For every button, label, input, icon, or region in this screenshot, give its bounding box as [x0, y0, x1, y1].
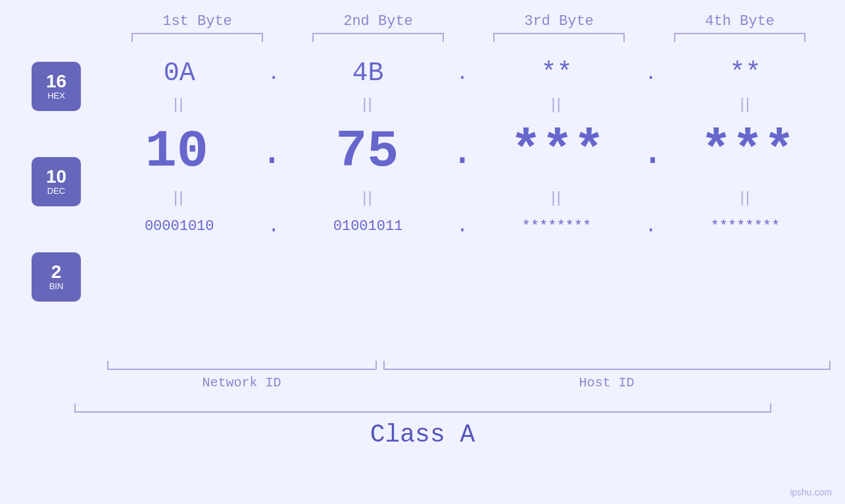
large-bottom-bracket	[74, 403, 771, 413]
bin-cell-2: 01001011	[296, 218, 441, 235]
network-id-label: Network ID	[107, 375, 377, 390]
dec-badge-label: DEC	[47, 186, 65, 196]
bin-badge-number: 2	[51, 263, 62, 281]
hex-badge-label: HEX	[47, 91, 65, 101]
hex-cell-4: **	[673, 58, 817, 88]
hex-values-row: 0A . 4B . ** . **	[101, 58, 824, 88]
bin-cell-1: 00001010	[107, 218, 252, 235]
dec-values-row: 10 . 75 . *** . ***	[101, 122, 824, 181]
dec-cell-4: ***	[675, 122, 820, 181]
watermark: ipshu.com	[790, 487, 832, 497]
hex-badge: 16 HEX	[32, 62, 81, 111]
eq-2-1: ||	[174, 188, 184, 206]
dec-dot-3: .	[640, 130, 664, 181]
equals-row-1: || || || ||	[101, 95, 824, 113]
top-bracket-3	[493, 33, 625, 42]
dec-val-3: ***	[510, 122, 605, 181]
dec-cell-2: 75	[295, 122, 439, 181]
bin-badge-label: BIN	[49, 281, 64, 292]
bin-val-4: ********	[710, 218, 780, 235]
values-grid: 0A . 4B . ** . ** || ||	[101, 55, 845, 237]
dec-dot-1: .	[260, 130, 284, 181]
bin-badge: 2 BIN	[32, 252, 81, 302]
bin-values-row: 00001010 . 01001011 . ******** . *******…	[101, 215, 824, 237]
hex-cell-1: 0A	[107, 58, 252, 88]
byte-2-header: 2nd Byte	[306, 13, 450, 30]
byte-4-header: 4th Byte	[667, 13, 812, 30]
host-id-label: Host ID	[383, 375, 831, 390]
eq-2-3: ||	[551, 188, 562, 206]
dec-val-2: 75	[335, 122, 398, 181]
dec-cell-1: 10	[105, 122, 249, 181]
main-container: 1st Byte 2nd Byte 3rd Byte 4th Byte 16 H…	[0, 0, 845, 504]
eq-1-2: ||	[362, 95, 373, 113]
equals-row-2: || || || ||	[101, 188, 824, 206]
eq-2-2: ||	[362, 188, 373, 206]
main-content-area: 16 HEX 10 DEC 2 BIN 0A . 4B	[0, 55, 845, 348]
eq-1-4: ||	[740, 95, 750, 113]
bottom-bracket-network	[107, 361, 377, 370]
hex-val-1: 0A	[164, 58, 195, 88]
eq-1-1: ||	[174, 95, 184, 113]
hex-val-2: 4B	[352, 58, 384, 88]
dec-badge-number: 10	[46, 168, 66, 186]
hex-dot-3: .	[645, 62, 657, 85]
dec-val-4: ***	[700, 122, 795, 181]
hex-val-4: **	[729, 58, 761, 88]
bin-val-1: 00001010	[145, 218, 214, 235]
hex-badge-number: 16	[46, 72, 66, 91]
dec-val-1: 10	[145, 122, 208, 181]
hex-cell-2: 4B	[296, 58, 441, 88]
top-bracket-2	[312, 33, 444, 42]
byte-1-header: 1st Byte	[125, 13, 270, 30]
bottom-section: Network ID Host ID Class A	[0, 357, 845, 449]
bin-cell-4: ********	[673, 218, 817, 235]
bin-dot-2: .	[456, 215, 468, 237]
bin-val-3: ********	[522, 218, 592, 235]
byte-headers-row: 1st Byte 2nd Byte 3rd Byte 4th Byte	[107, 13, 831, 30]
bin-cell-3: ********	[484, 218, 629, 235]
bin-dot-1: .	[268, 215, 279, 237]
dec-dot-2: .	[450, 130, 474, 181]
top-bracket-1	[132, 33, 263, 42]
hex-cell-3: **	[484, 58, 629, 88]
eq-2-4: ||	[740, 188, 750, 206]
eq-1-3: ||	[551, 95, 562, 113]
bin-dot-3: .	[645, 215, 657, 237]
byte-3-header: 3rd Byte	[487, 13, 631, 30]
top-bracket-4	[674, 33, 806, 42]
hex-val-3: **	[541, 58, 572, 88]
dec-badge: 10 DEC	[32, 157, 81, 206]
base-badges-column: 16 HEX 10 DEC 2 BIN	[32, 62, 81, 348]
class-label: Class A	[370, 421, 475, 449]
top-brackets-row	[107, 33, 831, 42]
hex-dot-1: .	[268, 62, 279, 85]
hex-dot-2: .	[456, 62, 468, 85]
bottom-bracket-host	[383, 361, 831, 370]
dec-cell-3: ***	[485, 122, 630, 181]
bin-val-2: 01001011	[333, 218, 403, 235]
